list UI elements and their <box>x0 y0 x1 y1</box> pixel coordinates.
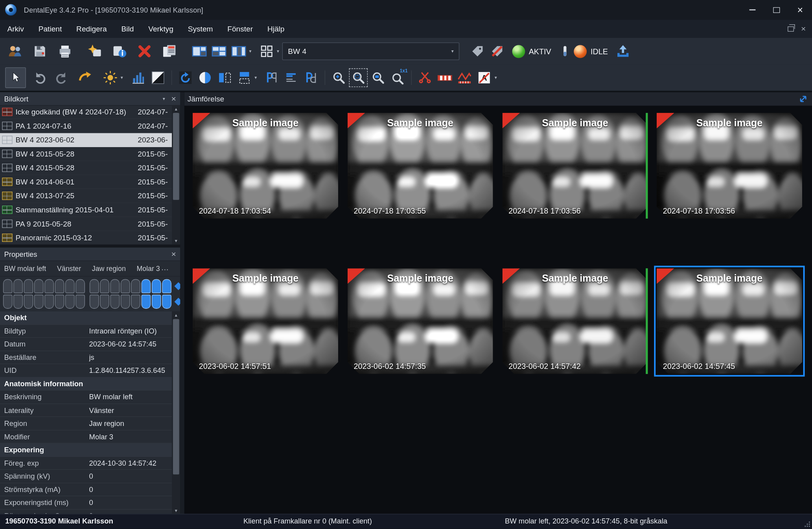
tooth[interactable] <box>110 279 120 293</box>
bildkort-list-item[interactable]: Icke godkänd (BW 4 2024-07-18) 2024-07- <box>0 105 172 119</box>
tooth[interactable] <box>90 295 99 309</box>
patients-button[interactable] <box>5 41 25 61</box>
grid-2x2-button[interactable] <box>257 41 276 61</box>
crop-tool-button[interactable] <box>415 68 435 88</box>
properties-scrollbar[interactable]: ▲ ▼ <box>172 311 180 514</box>
property-row[interactable]: Exponering <box>0 443 172 457</box>
mdi-restore-button[interactable] <box>788 26 794 31</box>
property-row[interactable]: Spänning (kV) 0 <box>0 470 172 483</box>
xray-thumbnail[interactable]: Sample image 2024-07-18 17:03:54 <box>193 113 338 219</box>
scroll-up-icon[interactable]: ▲ <box>172 311 180 318</box>
bildkort-list-item[interactable]: Sammanställning 2015-04-01 2015-05- <box>0 203 172 217</box>
xray-thumbnail[interactable]: Sample image 2024-07-18 17:03:56 <box>502 113 648 219</box>
mirror-horizontal-tool-button[interactable] <box>262 68 282 88</box>
tooth[interactable] <box>90 279 99 293</box>
print-button[interactable] <box>55 41 75 61</box>
property-row[interactable]: UID 1.2.840.114257.3.6.645 <box>0 364 172 378</box>
tooth[interactable] <box>121 295 130 309</box>
menu-item[interactable]: Bild <box>114 20 141 38</box>
property-row[interactable]: Objekt <box>0 311 172 324</box>
property-row[interactable]: Anatomisk information <box>0 377 172 391</box>
menu-item[interactable]: System <box>180 20 220 38</box>
mirror-vertical-tool-button[interactable] <box>282 68 302 88</box>
property-row[interactable]: Laterality Vänster <box>0 404 172 417</box>
bildkort-list-item[interactable]: PA 1 2024-07-16 2024-07- <box>0 119 172 133</box>
bildkort-list-item[interactable]: BW 4 2014-06-01 2015-05- <box>0 175 172 189</box>
scrollbar-thumb[interactable] <box>173 113 179 200</box>
tooth[interactable] <box>65 295 75 309</box>
capture-active-indicator[interactable] <box>512 45 525 58</box>
flip-caret-icon[interactable]: ▾ <box>254 75 257 80</box>
tooth[interactable] <box>55 295 64 309</box>
bildkort-list-item[interactable]: Panoramic 2015-03-12 2015-05- <box>0 231 172 244</box>
tooth[interactable] <box>24 295 33 309</box>
property-row[interactable]: Modifier Molar 3 <box>0 430 172 444</box>
layout-columns-button[interactable] <box>229 41 249 61</box>
invert-tool-button[interactable] <box>195 68 215 88</box>
property-row[interactable]: Region Jaw region <box>0 417 172 430</box>
layout-caret-icon[interactable]: ▾ <box>249 49 251 54</box>
anatomy-tag[interactable]: Molar 3 <box>136 265 160 273</box>
tag-button[interactable] <box>468 41 487 61</box>
tooth[interactable] <box>44 279 54 293</box>
tag-remove-button[interactable] <box>487 41 507 61</box>
tooth[interactable] <box>162 295 171 309</box>
mirror-both-tool-button[interactable] <box>302 68 321 88</box>
annotation-toggle-button[interactable]: A <box>474 68 494 88</box>
anatomy-tag[interactable]: Vänster <box>57 265 81 273</box>
xray-thumbnail[interactable]: Sample image 2024-07-18 17:03:55 <box>348 113 493 219</box>
tooth[interactable] <box>110 295 120 309</box>
properties-close-icon[interactable]: × <box>171 250 176 258</box>
idle-indicator[interactable] <box>574 45 587 58</box>
tooth[interactable] <box>131 295 140 309</box>
minimize-button[interactable] <box>740 0 764 20</box>
zoom-fit-tool-button[interactable] <box>368 68 388 88</box>
tooth[interactable] <box>142 295 151 309</box>
bildkort-list-item[interactable]: PA 9 2015-05-28 2015-05- <box>0 217 172 231</box>
new-image-button[interactable] <box>85 41 105 61</box>
bildkort-menu-caret-icon[interactable]: ▾ <box>163 96 165 101</box>
scroll-down-icon[interactable]: ▼ <box>172 507 180 514</box>
menu-item[interactable]: Verktyg <box>141 20 181 38</box>
layout-grid-button[interactable] <box>209 41 229 61</box>
zoom-in-tool-button[interactable] <box>329 68 348 88</box>
grid-caret-icon[interactable]: ▾ <box>277 49 279 54</box>
scroll-up-icon[interactable]: ▲ <box>172 105 180 112</box>
redo-last-button[interactable] <box>75 68 95 88</box>
tooth[interactable] <box>34 295 44 309</box>
zoom-1to1-tool-button[interactable]: 1x1 <box>388 68 407 88</box>
rotate-tool-button[interactable] <box>175 68 195 88</box>
flip-vertical-tool-button[interactable] <box>234 68 254 88</box>
flip-horizontal-tool-button[interactable] <box>215 68 234 88</box>
property-row[interactable]: Strömstyrka (mA) 0 <box>0 483 172 496</box>
maximize-button[interactable] <box>764 0 788 20</box>
upload-button[interactable] <box>613 41 633 61</box>
property-row[interactable]: Bildtyp Intraoral röntgen (IO) <box>0 324 172 338</box>
xray-thumbnail[interactable]: Sample image 2024-07-18 17:03:56 <box>657 113 802 219</box>
tooth[interactable] <box>100 295 109 309</box>
bildkort-list-item[interactable]: BW 4 2013-07-25 2015-05- <box>0 189 172 203</box>
property-row[interactable]: Beskrivning BW molar left <box>0 391 172 404</box>
menu-item[interactable]: Hjälp <box>260 20 292 38</box>
tooth[interactable] <box>100 279 109 293</box>
property-row[interactable]: Föreg. exp 2024-10-30 14:57:42 <box>0 457 172 470</box>
tooth[interactable] <box>13 295 23 309</box>
menu-item[interactable]: Patient <box>31 20 69 38</box>
tooth[interactable] <box>65 279 75 293</box>
bildkort-scrollbar[interactable]: ▲ ▼ <box>172 105 180 244</box>
series-select[interactable]: BW 4 ▾ <box>282 42 459 60</box>
annotation-caret-icon[interactable]: ▾ <box>495 75 497 80</box>
delete-image-button[interactable] <box>134 41 154 61</box>
anatomy-tag[interactable]: Jaw region <box>92 265 126 273</box>
tooth[interactable] <box>121 279 130 293</box>
tooth[interactable] <box>34 279 44 293</box>
tooth[interactable] <box>152 295 161 309</box>
menu-item[interactable]: Redigera <box>69 20 114 38</box>
bildkort-list-item[interactable]: BW 4 2015-05-28 2015-05- <box>0 147 172 161</box>
sensor-button[interactable] <box>556 42 574 60</box>
anatomy-tag[interactable]: BW molar left <box>4 265 46 273</box>
tooth[interactable] <box>24 279 33 293</box>
brightness-caret-icon[interactable]: ▾ <box>121 75 123 80</box>
tooth[interactable] <box>44 295 54 309</box>
tooth[interactable] <box>75 279 85 293</box>
